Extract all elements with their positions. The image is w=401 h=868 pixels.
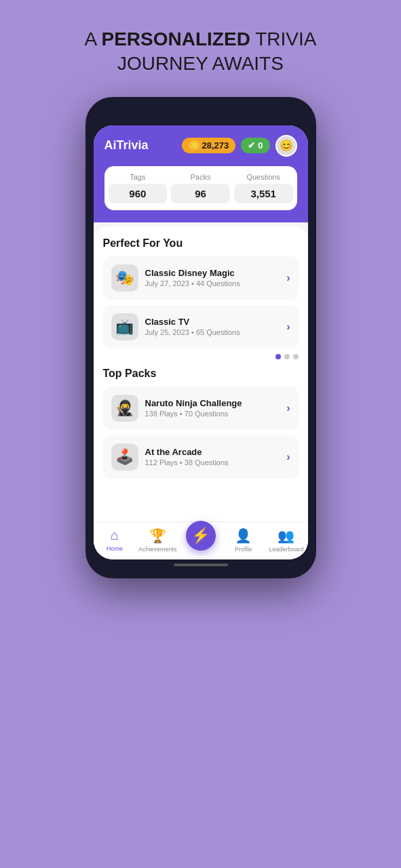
pack-info-disney: Classic Disney Magic July 27, 2023 • 44 … [145, 268, 287, 288]
nav-play-center[interactable]: ⚡ [179, 528, 222, 553]
chevron-right-icon: › [286, 402, 290, 414]
app-header: AiTrivia 🪙 28,273 ✔ 0 😊 Tags [94, 125, 308, 222]
nav-profile[interactable]: 👤 Profile [222, 528, 265, 553]
coins-badge: 🪙 28,273 [182, 138, 236, 153]
pack-name-disney: Classic Disney Magic [145, 268, 287, 278]
dot-2 [284, 354, 290, 359]
bottom-nav: ⌂ Home 🏆 Achievements ⚡ 👤 Profile 👥 Lead… [94, 521, 308, 559]
stat-packs-label: Packs [171, 173, 230, 181]
app-title: AiTrivia [104, 138, 149, 153]
pack-card-disney[interactable]: 🎭 Classic Disney Magic July 27, 2023 • 4… [103, 256, 299, 300]
stat-tags: Tags 960 [109, 173, 168, 203]
home-bar-line [174, 564, 228, 566]
pack-meta-tv: July 25, 2023 • 65 Questions [145, 328, 287, 336]
pack-info-naruto: Naruto Ninja Challenge 138 Plays • 70 Qu… [145, 398, 287, 418]
pagination-dots [103, 354, 299, 359]
chevron-right-icon: › [286, 272, 290, 284]
pack-name-arcade: At the Arcade [145, 447, 287, 457]
home-icon: ⌂ [111, 528, 119, 543]
hero-line1: A PERSONALIZED TRIVIA [85, 28, 317, 50]
header-badges: 🪙 28,273 ✔ 0 😊 [182, 135, 297, 157]
pack-meta-disney: July 27, 2023 • 44 Questions [145, 279, 287, 288]
trophy-icon: 🏆 [149, 528, 166, 544]
pack-meta-arcade: 112 Plays • 38 Questions [145, 458, 287, 467]
dot-1 [275, 354, 281, 359]
stat-packs-value: 96 [171, 184, 230, 203]
check-badge: ✔ 0 [241, 138, 269, 153]
stat-questions-label: Questions [234, 173, 293, 181]
nav-home[interactable]: ⌂ Home [94, 528, 136, 553]
nav-achievements[interactable]: 🏆 Achievements [136, 528, 179, 553]
dot-3 [293, 354, 299, 359]
nav-profile-label: Profile [235, 546, 252, 553]
stat-tags-value: 960 [109, 184, 168, 203]
pack-card-naruto[interactable]: 🥷 Naruto Ninja Challenge 138 Plays • 70 … [103, 387, 299, 430]
coins-icon: 🪙 [189, 140, 199, 151]
stat-tags-label: Tags [109, 173, 168, 181]
pack-name-naruto: Naruto Ninja Challenge [145, 398, 287, 408]
header-top-row: AiTrivia 🪙 28,273 ✔ 0 😊 [104, 135, 297, 157]
phone-mockup: AiTrivia 🪙 28,273 ✔ 0 😊 Tags [85, 97, 316, 578]
coins-value: 28,273 [202, 140, 229, 151]
phone-notch [167, 105, 235, 121]
nav-achievements-label: Achievements [138, 546, 177, 553]
pack-name-tv: Classic TV [145, 317, 287, 327]
perfect-for-you-title: Perfect For You [103, 237, 299, 250]
check-icon: ✔ [248, 140, 255, 151]
stat-packs: Packs 96 [171, 173, 230, 203]
stat-questions-value: 3,551 [234, 184, 293, 203]
main-content: Perfect For You 🎭 Classic Disney Magic J… [94, 226, 308, 521]
avatar[interactable]: 😊 [275, 135, 297, 157]
stat-questions: Questions 3,551 [234, 173, 293, 203]
lightning-icon: ⚡ [191, 527, 210, 545]
nav-leaderboard[interactable]: 👥 Leaderboard [265, 528, 307, 553]
chevron-right-icon: › [286, 451, 290, 463]
home-bar [94, 559, 308, 570]
nav-leaderboard-label: Leaderboard [269, 546, 303, 553]
phone-screen: AiTrivia 🪙 28,273 ✔ 0 😊 Tags [94, 125, 308, 559]
pack-icon-tv: 📺 [111, 313, 138, 340]
pack-info-tv: Classic TV July 25, 2023 • 65 Questions [145, 317, 287, 336]
play-button[interactable]: ⚡ [186, 521, 216, 551]
nav-home-label: Home [107, 545, 123, 552]
profile-icon: 👤 [235, 528, 252, 544]
hero-text: A PERSONALIZED TRIVIA JOURNEY AWAITS [58, 27, 344, 77]
pack-icon-naruto: 🥷 [111, 395, 138, 422]
stats-row: Tags 960 Packs 96 Questions 3,551 [104, 166, 297, 210]
pack-icon-arcade: 🕹️ [111, 443, 138, 471]
pack-icon-disney: 🎭 [111, 264, 138, 292]
check-value: 0 [258, 140, 263, 151]
pack-meta-naruto: 138 Plays • 70 Questions [145, 410, 287, 418]
pack-card-tv[interactable]: 📺 Classic TV July 25, 2023 • 65 Question… [103, 305, 299, 349]
leaderboard-icon: 👥 [278, 528, 294, 544]
top-packs-title: Top Packs [103, 368, 299, 380]
chevron-right-icon: › [286, 321, 290, 333]
pack-card-arcade[interactable]: 🕹️ At the Arcade 112 Plays • 38 Question… [103, 435, 299, 479]
pack-info-arcade: At the Arcade 112 Plays • 38 Questions [145, 447, 287, 467]
